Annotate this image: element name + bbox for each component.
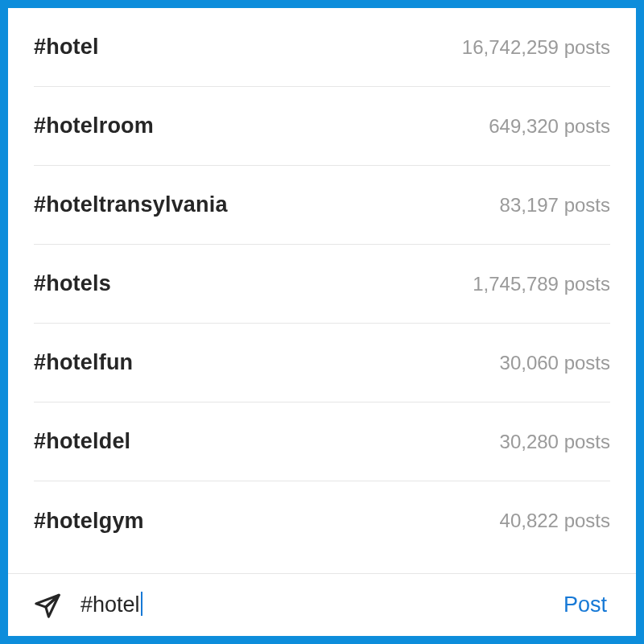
hashtag-label: #hotels (34, 271, 111, 296)
hashtag-suggestion-row[interactable]: #hoteltransylvania 83,197 posts (34, 166, 610, 245)
hashtag-suggestion-row[interactable]: #hotelroom 649,320 posts (34, 87, 610, 166)
hashtag-suggestion-row[interactable]: #hoteldel 30,280 posts (34, 402, 610, 481)
hashtag-label: #hotelfun (34, 350, 133, 375)
hashtag-label: #hoteltransylvania (34, 192, 228, 217)
hashtag-suggestion-row[interactable]: #hotels 1,745,789 posts (34, 245, 610, 324)
hashtag-suggestion-list: #hotel 16,742,259 posts #hotelroom 649,3… (8, 8, 636, 573)
hashtag-label: #hotel (34, 35, 99, 60)
hashtag-label: #hoteldel (34, 429, 130, 454)
hashtag-label: #hotelgym (34, 509, 144, 534)
app-frame: #hotel 16,742,259 posts #hotelroom 649,3… (0, 0, 644, 644)
comment-input-text: #hotel (80, 592, 140, 617)
text-cursor (141, 592, 143, 616)
hashtag-post-count: 649,320 posts (489, 115, 610, 138)
hashtag-post-count: 40,822 posts (500, 510, 610, 532)
hashtag-post-count: 16,742,259 posts (462, 36, 610, 59)
post-button[interactable]: Post (564, 592, 610, 617)
hashtag-post-count: 83,197 posts (500, 194, 610, 217)
comment-input[interactable]: #hotel (80, 592, 544, 617)
hashtag-post-count: 30,280 posts (500, 431, 610, 453)
hashtag-post-count: 1,745,789 posts (473, 273, 610, 295)
hashtag-suggestion-row[interactable]: #hotel 16,742,259 posts (34, 8, 610, 87)
hashtag-label: #hotelroom (34, 114, 154, 138)
comment-composer: #hotel Post (8, 573, 636, 636)
hashtag-suggestion-row[interactable]: #hotelfun 30,060 posts (34, 324, 610, 402)
hashtag-post-count: 30,060 posts (500, 352, 610, 374)
direct-message-icon[interactable] (34, 592, 61, 619)
hashtag-suggestion-row[interactable]: #hotelgym 40,822 posts (34, 481, 610, 560)
